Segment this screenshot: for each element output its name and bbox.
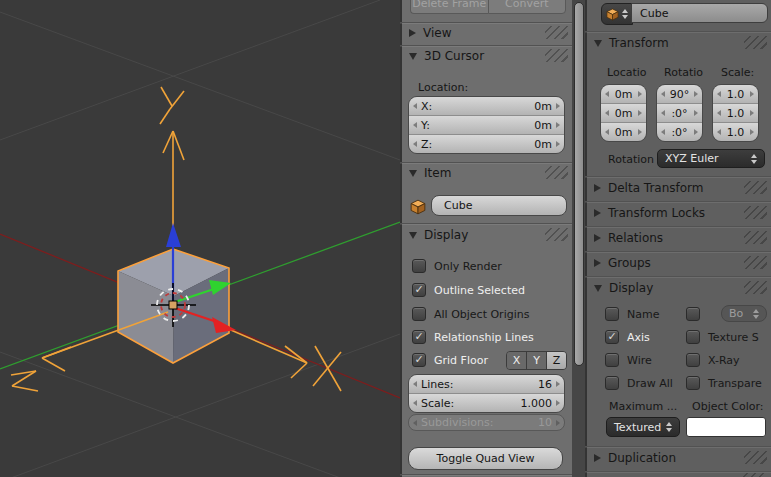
decrement-icon[interactable] xyxy=(717,110,721,116)
panel-header-3d-cursor[interactable]: 3D Cursor xyxy=(400,47,572,65)
panel-header-relations[interactable]: Relations xyxy=(585,229,771,247)
panel-header-item[interactable]: Item xyxy=(400,164,572,182)
grid-floor-checkbox[interactable]: ✓ Grid Floor xyxy=(412,352,488,368)
object-id-browse-button[interactable] xyxy=(601,3,633,25)
decrement-icon[interactable] xyxy=(661,129,665,135)
cursor-x-field[interactable]: X: 0m xyxy=(409,97,564,115)
checkbox-box[interactable] xyxy=(686,307,700,321)
panel-header-transform[interactable]: Transform xyxy=(585,34,771,52)
grid-lines-field[interactable]: Lines: 16 xyxy=(409,375,564,393)
item-name-field[interactable]: Cube xyxy=(431,195,567,216)
checkbox-box[interactable] xyxy=(412,259,426,273)
grid-scale-field[interactable]: Scale: 1.000 xyxy=(409,393,564,412)
decrement-icon[interactable] xyxy=(413,103,417,109)
cursor-z-field[interactable]: Z: 0m xyxy=(409,134,564,153)
panel-header-view[interactable]: View xyxy=(400,24,572,42)
x-ray-checkbox[interactable]: X-Ray xyxy=(686,352,740,368)
panel-drag-icon[interactable] xyxy=(545,49,568,62)
checkbox-box[interactable] xyxy=(686,376,700,390)
axis-x-toggle[interactable]: X xyxy=(507,352,526,369)
axis-z-toggle[interactable]: Z xyxy=(546,352,566,369)
scrollbar-track[interactable] xyxy=(572,0,585,477)
decrement-icon[interactable] xyxy=(717,129,721,135)
panel-drag-icon[interactable] xyxy=(744,256,767,269)
checkbox-box[interactable] xyxy=(686,330,700,344)
decrement-icon[interactable] xyxy=(605,110,609,116)
decrement-icon[interactable] xyxy=(605,129,609,135)
rotation-y-field[interactable]: :0° xyxy=(657,103,702,122)
panel-drag-icon[interactable] xyxy=(545,166,568,179)
checkbox-box[interactable]: ✓ xyxy=(605,330,619,344)
increment-icon[interactable] xyxy=(638,110,642,116)
increment-icon[interactable] xyxy=(638,91,642,97)
increment-icon[interactable] xyxy=(556,141,560,147)
rotation-mode-dropdown[interactable]: XYZ Euler xyxy=(657,149,765,168)
checkbox-box[interactable]: ✓ xyxy=(412,353,426,367)
increment-icon[interactable] xyxy=(556,103,560,109)
decrement-icon[interactable] xyxy=(413,381,417,387)
decrement-icon[interactable] xyxy=(413,122,417,128)
checkbox-box[interactable] xyxy=(605,353,619,367)
location-y-field[interactable]: 0m xyxy=(601,103,646,122)
panel-header-groups[interactable]: Groups xyxy=(585,254,771,272)
panel-drag-icon[interactable] xyxy=(744,181,767,194)
panel-drag-icon[interactable] xyxy=(744,36,767,49)
draw-type-dropdown[interactable]: Textured xyxy=(606,417,680,437)
axis-y-toggle[interactable]: Y xyxy=(526,352,546,369)
location-z-field[interactable]: 0m xyxy=(601,122,646,141)
panel-drag-icon[interactable] xyxy=(744,281,767,294)
panel-drag-icon[interactable] xyxy=(744,206,767,219)
panel-header-transform-locks[interactable]: Transform Locks xyxy=(585,204,771,222)
toggle-quad-view-button[interactable]: Toggle Quad View xyxy=(408,447,563,470)
increment-icon[interactable] xyxy=(556,400,560,406)
increment-icon[interactable] xyxy=(694,91,698,97)
checkbox-box[interactable]: ✓ xyxy=(412,283,426,297)
panel-header-display[interactable]: Display xyxy=(400,226,572,244)
transparency-checkbox[interactable]: Transpare xyxy=(686,375,762,391)
checkbox-box[interactable] xyxy=(605,376,619,390)
checkbox-box[interactable] xyxy=(605,307,619,321)
only-render-checkbox[interactable]: Only Render xyxy=(412,258,502,274)
panel-drag-icon[interactable] xyxy=(744,451,767,464)
increment-icon[interactable] xyxy=(694,110,698,116)
checkbox-box[interactable]: ✓ xyxy=(412,330,426,344)
increment-icon[interactable] xyxy=(556,381,560,387)
panel-drag-icon[interactable] xyxy=(744,231,767,244)
object-name-field[interactable]: Cube xyxy=(631,3,768,23)
increment-icon[interactable] xyxy=(556,122,560,128)
bounds-checkbox[interactable] xyxy=(686,306,700,322)
decrement-icon[interactable] xyxy=(413,141,417,147)
panel-drag-icon[interactable] xyxy=(545,228,568,241)
scale-y-field[interactable]: 1.0 xyxy=(713,103,758,122)
name-checkbox[interactable]: Name xyxy=(605,306,659,322)
rotation-z-field[interactable]: :0° xyxy=(657,122,702,141)
delete-frame-button[interactable]: Delete Frame xyxy=(410,0,488,14)
scale-x-field[interactable]: 1.0 xyxy=(713,85,758,103)
checkbox-box[interactable] xyxy=(412,307,426,321)
decrement-icon[interactable] xyxy=(661,91,665,97)
cursor-y-field[interactable]: Y: 0m xyxy=(409,115,564,134)
panel-drag-icon[interactable] xyxy=(545,26,568,39)
panel-header-display[interactable]: Display xyxy=(585,279,771,297)
viewport-3d[interactable] xyxy=(0,0,400,477)
panel-header-duplication[interactable]: Duplication xyxy=(585,449,771,467)
checkbox-box[interactable] xyxy=(686,353,700,367)
increment-icon[interactable] xyxy=(638,129,642,135)
panel-drag-icon[interactable] xyxy=(741,473,764,477)
wire-checkbox[interactable]: Wire xyxy=(605,352,652,368)
increment-icon[interactable] xyxy=(750,129,754,135)
increment-icon[interactable] xyxy=(694,129,698,135)
all-object-origins-checkbox[interactable]: All Object Origins xyxy=(412,306,529,322)
increment-icon[interactable] xyxy=(750,110,754,116)
axis-checkbox[interactable]: ✓ Axis xyxy=(605,329,650,345)
increment-icon[interactable] xyxy=(750,91,754,97)
object-color-swatch[interactable] xyxy=(686,417,766,437)
relationship-lines-checkbox[interactable]: ✓ Relationship Lines xyxy=(412,329,534,345)
rotation-x-field[interactable]: 90° xyxy=(657,85,702,103)
panel-header-delta-transform[interactable]: Delta Transform xyxy=(585,179,771,197)
convert-button[interactable]: Convert xyxy=(488,0,567,14)
decrement-icon[interactable] xyxy=(413,400,417,406)
texture-space-checkbox[interactable]: Texture S xyxy=(686,329,759,345)
decrement-icon[interactable] xyxy=(661,110,665,116)
outline-selected-checkbox[interactable]: ✓ Outline Selected xyxy=(412,282,525,298)
